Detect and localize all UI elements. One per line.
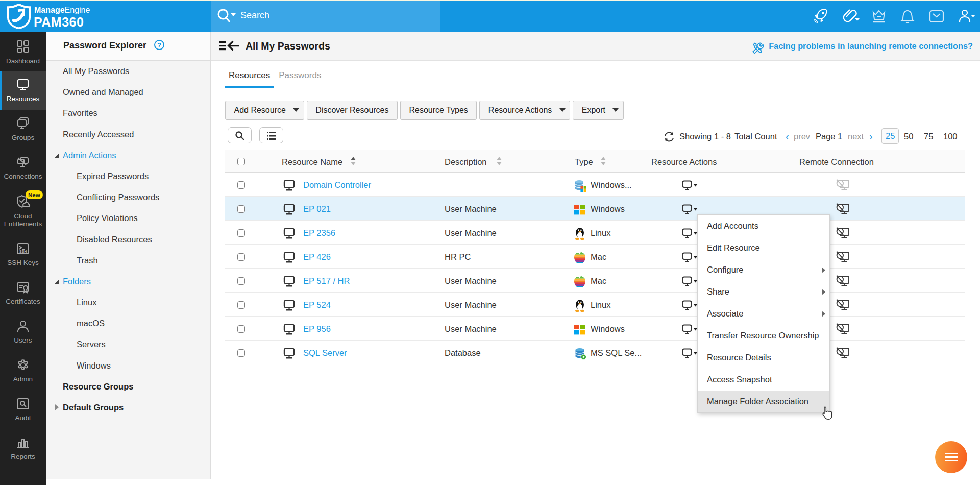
svg-text:SSH: SSH [19, 250, 27, 253]
